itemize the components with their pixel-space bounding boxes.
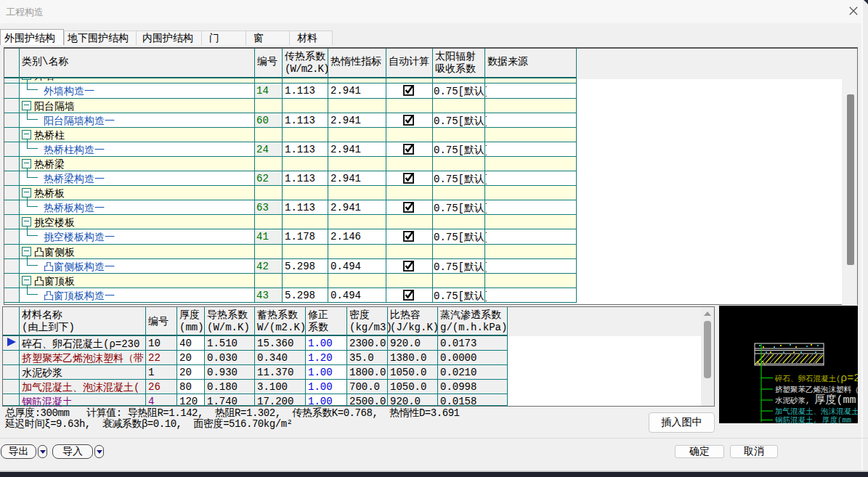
svg-text:碎石、卵石混凝土(ρ=2: 碎石、卵石混凝土(ρ=2: [774, 372, 858, 385]
svg-text:钢筋混凝土, 厚度(mm: 钢筋混凝土, 厚度(mm: [774, 416, 851, 423]
svg-text:挤塑聚苯乙烯泡沫塑料（专: 挤塑聚苯乙烯泡沫塑料（专: [775, 386, 858, 394]
svg-text:加气混凝土、泡沫混凝土(: 加气混凝土、泡沫混凝土(: [775, 407, 858, 416]
